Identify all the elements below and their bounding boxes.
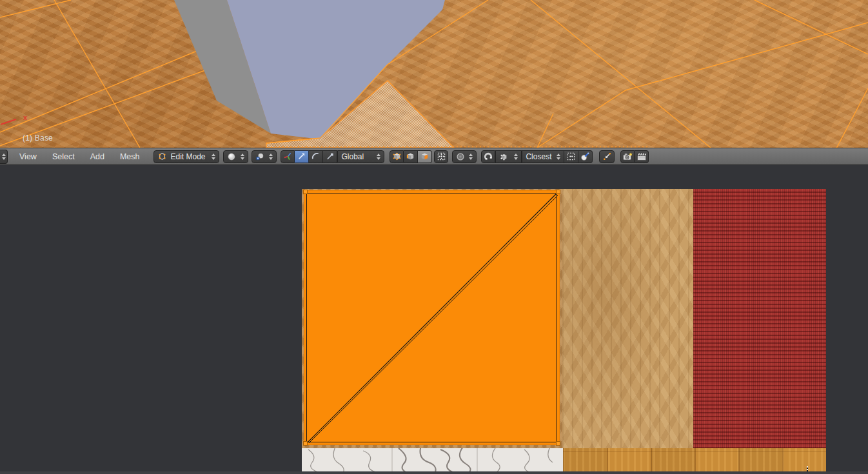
rotate-manipulator-icon[interactable] [309, 150, 323, 163]
occlude-group [434, 150, 448, 163]
menu-select[interactable]: Select [44, 152, 83, 161]
chevron-updown-icon [467, 153, 475, 160]
mode-dropdown[interactable]: Edit Mode [153, 150, 219, 163]
pivot-dropdown[interactable] [252, 150, 277, 163]
chevron-updown-icon [555, 153, 562, 160]
chevron-updown-icon [210, 153, 217, 160]
automerge-vertices-icon[interactable] [599, 150, 615, 163]
uv-image-editor[interactable] [0, 165, 868, 474]
vertex-select-icon[interactable] [390, 150, 404, 163]
object-info-label: (1) Base [23, 133, 53, 143]
orientation-value: Global [341, 152, 366, 161]
scale-manipulator-icon[interactable] [323, 150, 337, 163]
snap-magnet-icon[interactable] [481, 150, 495, 163]
editor-bottom-edge [0, 471, 868, 474]
viewport-header: View Select Add Mesh Edit Mode [0, 148, 868, 165]
viewport-overlay [0, 0, 868, 148]
shading-dropdown[interactable] [223, 150, 248, 163]
uv-vertex[interactable] [557, 190, 560, 193]
limit-selection-visible-icon[interactable] [434, 150, 448, 163]
texture-tile-marble [302, 448, 563, 474]
snap-target-dropdown[interactable]: Closest [522, 150, 564, 163]
x-axis-line [1, 119, 16, 124]
snap-target-value: Closest [526, 152, 554, 161]
orientation-dropdown[interactable]: Global [337, 150, 384, 163]
snap-element-dropdown[interactable] [495, 150, 522, 163]
snap-element-vertex-icon [499, 152, 508, 161]
edge-select-icon[interactable] [404, 150, 418, 163]
chevron-updown-icon [239, 153, 246, 160]
uv-face-diagonal-edge [304, 191, 560, 446]
pivot-point-icon [255, 152, 264, 161]
uv-vertex[interactable] [304, 442, 307, 445]
snap-group: Closest [481, 150, 593, 163]
blender-window: x (1) Base View Select Add Mesh Edit Mod… [0, 0, 868, 474]
manipulator-group: Global [281, 150, 384, 163]
viewport-shading-icon [227, 152, 236, 161]
texture-tile-herringbone-light [562, 189, 693, 448]
automerge-group [599, 150, 615, 163]
select-mode-group [390, 150, 432, 163]
3d-viewport[interactable]: x (1) Base [0, 0, 868, 148]
menu-add[interactable]: Add [83, 152, 112, 161]
texture-tile-red-fabric [693, 189, 826, 448]
edit-mode-icon [157, 152, 167, 161]
snap-target-icon[interactable] [564, 150, 578, 163]
mode-value: Edit Mode [167, 152, 208, 161]
chevron-updown-icon [375, 153, 382, 160]
texture-tile-parquet [563, 448, 826, 474]
render-group [620, 150, 649, 163]
chevron-updown-icon [512, 153, 520, 160]
opengl-render-animation-icon[interactable] [635, 150, 649, 163]
translate-manipulator-icon[interactable] [295, 150, 309, 163]
x-axis-label: x [23, 114, 27, 121]
chevron-updown-icon [0, 153, 8, 160]
proportional-editing-icon [456, 152, 465, 161]
menu-mesh[interactable]: Mesh [112, 152, 148, 161]
proportional-dropdown[interactable] [452, 150, 477, 163]
chevron-updown-icon [267, 153, 275, 160]
uv-vertex[interactable] [557, 442, 560, 445]
snap-align-rotation-icon[interactable] [578, 150, 593, 163]
editor-type-selector[interactable] [0, 150, 8, 164]
face-select-icon[interactable] [418, 150, 432, 163]
wireframe-edges [0, 0, 868, 148]
manipulator-axes-icon[interactable] [281, 150, 295, 163]
selected-uv-face[interactable] [304, 190, 560, 445]
uv-vertex[interactable] [304, 190, 307, 193]
menu-view[interactable]: View [12, 152, 44, 161]
opengl-render-image-icon[interactable] [620, 150, 635, 163]
